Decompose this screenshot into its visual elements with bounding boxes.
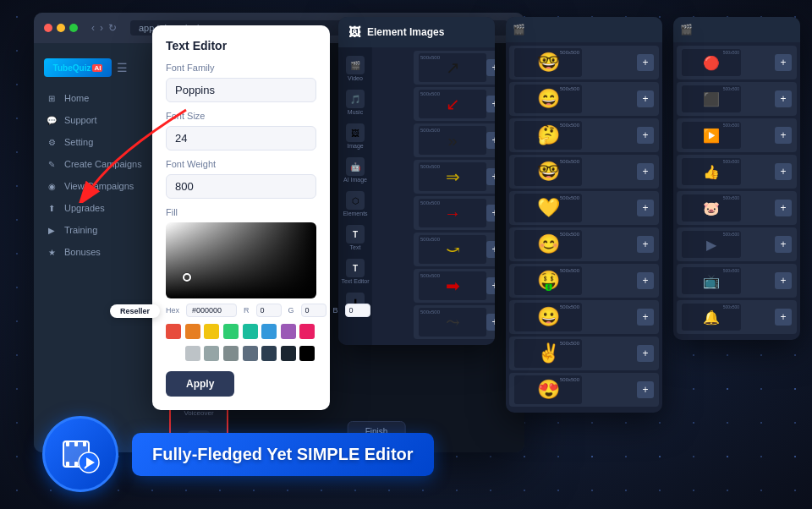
emoji-add-button[interactable]: + [637, 272, 654, 289]
sidebar-menu: ⊞ Home 💬 Support ⚙ Setting ✎ Create Camp… [34, 87, 169, 263]
element-image-item: 500x500 ⤳ + [414, 305, 495, 339]
sidebar-item-training[interactable]: ▶ Training [34, 219, 169, 241]
element-add-button[interactable]: + [486, 205, 495, 222]
ei-elements-icon: ⬡ [346, 191, 365, 210]
b-input[interactable] [345, 304, 370, 317]
emoji-add-button[interactable]: + [637, 54, 654, 71]
emoji-add-button[interactable]: + [637, 309, 654, 326]
g-input[interactable] [301, 304, 326, 317]
create-icon: ✎ [46, 158, 58, 170]
element-add-button[interactable]: + [486, 277, 495, 294]
emoji-add-button[interactable]: + [637, 236, 654, 253]
close-dot[interactable] [44, 24, 52, 32]
view-icon: ◉ [46, 180, 58, 192]
hex-label: Hex [166, 306, 179, 315]
ei-ai-icon: 🤖 [346, 157, 365, 176]
sidebar-item-create[interactable]: ✎ Create Campaigns [34, 153, 169, 175]
color-swatch[interactable] [204, 324, 219, 339]
color-swatch[interactable] [185, 324, 200, 339]
font-size-value[interactable]: 24 [166, 126, 316, 151]
badge-text-box: Fully-Fledged Yet SIMPLE Editor [132, 433, 434, 476]
font-weight-value[interactable]: 800 [166, 174, 316, 199]
element-image-item: 500x500 → + [414, 196, 495, 230]
subscribe-add-button[interactable]: + [775, 272, 792, 289]
color-swatch[interactable] [243, 324, 258, 339]
emoji-add-button[interactable]: + [637, 345, 654, 362]
ei-tool-text[interactable]: T Text [338, 222, 372, 254]
element-add-button[interactable]: + [486, 314, 495, 331]
element-images-header: 🖼 Element Images [338, 17, 495, 47]
ei-tool-video[interactable]: 🎬 Video [338, 52, 372, 85]
ei-tool-ai-image[interactable]: 🤖 AI Image [338, 154, 372, 186]
sidebar-item-home[interactable]: ⊞ Home [34, 87, 169, 109]
font-family-value[interactable]: Poppins [166, 78, 316, 102]
apply-button[interactable]: Apply [166, 371, 234, 397]
refresh-icon[interactable]: ↻ [108, 22, 117, 34]
sidebar-item-setting[interactable]: ⚙ Setting [34, 131, 169, 153]
color-swatch[interactable] [261, 324, 277, 339]
color-swatch[interactable] [261, 346, 277, 361]
maximize-dot[interactable] [69, 24, 78, 32]
subscribe-add-button[interactable]: + [775, 200, 792, 216]
emoji-add-button[interactable]: + [637, 90, 654, 107]
subscribe-item: 500x500 📺 + [677, 264, 797, 298]
element-add-button[interactable]: + [486, 96, 495, 112]
ei-tool-music[interactable]: 🎵 Music [338, 86, 372, 118]
subscribe-add-button[interactable]: + [775, 309, 792, 326]
color-swatch[interactable] [243, 346, 258, 361]
sidebar-item-upgrades[interactable]: ⬆ Upgrades [34, 197, 169, 219]
ei-tool-text-editor[interactable]: T Text Editor [338, 255, 372, 287]
subscribe-add-button[interactable]: + [775, 90, 792, 107]
subscribe-add-button[interactable]: + [775, 163, 792, 180]
color-swatch[interactable] [166, 324, 181, 339]
emoji-item: 500x500 ✌️ + [509, 337, 659, 370]
back-arrow[interactable]: ‹ [91, 22, 95, 34]
element-add-button[interactable]: + [486, 168, 495, 185]
element-grid: 500x500 ↗ + 500x500 ↙ + 500x500 » + 500x… [410, 47, 495, 345]
sidebar-item-bonuses[interactable]: ★ Bonuses [34, 241, 169, 263]
color-swatch[interactable] [281, 324, 296, 339]
subscribe-add-button[interactable]: + [775, 236, 792, 253]
sidebar-item-support[interactable]: 💬 Support [34, 109, 169, 131]
color-swatch[interactable] [223, 324, 239, 339]
emoji-item: 500x500 😍 + [509, 373, 659, 407]
color-swatch[interactable] [223, 346, 239, 361]
emoji-item: 500x500 🤔 + [509, 118, 659, 152]
element-add-button[interactable]: + [486, 241, 495, 258]
color-swatch[interactable] [185, 346, 200, 361]
hex-input[interactable] [186, 304, 237, 317]
emoji-add-button[interactable]: + [637, 200, 654, 216]
element-add-button[interactable]: + [486, 59, 495, 76]
subscribe-thumb: 500x500 🔔 [682, 304, 741, 331]
emoji-thumb: 500x500 🤔 [514, 121, 582, 150]
emoji-item: 500x500 😄 + [509, 82, 659, 116]
emoji-panel: 🎬 500x500 🤓 + 500x500 😄 + 500x500 🤔 + 50… [506, 17, 662, 413]
minimize-dot[interactable] [57, 24, 65, 32]
emoji-thumb: 500x500 😀 [514, 303, 582, 331]
emoji-thumb: 500x500 😄 [514, 85, 582, 113]
emoji-add-button[interactable]: + [637, 163, 654, 180]
color-gradient-picker[interactable] [166, 222, 316, 298]
font-size-label: Font Size [166, 111, 316, 121]
color-swatch[interactable] [299, 346, 315, 361]
emoji-panel-header: 🎬 [506, 17, 662, 42]
subscribe-add-button[interactable]: + [775, 54, 792, 71]
color-swatch[interactable] [281, 346, 296, 361]
color-swatch[interactable] [299, 324, 315, 339]
emoji-add-button[interactable]: + [637, 127, 654, 144]
element-add-button[interactable]: + [486, 132, 495, 149]
color-swatch[interactable] [204, 346, 219, 361]
subscribe-thumb: 500x500 ▶ [682, 231, 741, 258]
subscribe-panel-header: 🎬 [673, 17, 800, 42]
browser-dots [44, 24, 78, 32]
ei-tool-image[interactable]: 🖼 Image [338, 120, 372, 152]
ei-tool-elements[interactable]: ⬡ Elements [338, 188, 372, 220]
emoji-add-button[interactable]: + [637, 381, 654, 398]
forward-arrow[interactable]: › [100, 22, 103, 34]
r-input[interactable] [256, 304, 282, 317]
element-panel-body: 🎬 Video 🎵 Music 🖼 Image 🤖 AI Image ⬡ Ele… [338, 47, 495, 345]
sidebar-item-view[interactable]: ◉ View Campaigns [34, 175, 169, 197]
menu-icon[interactable]: ☰ [117, 61, 128, 74]
color-swatch[interactable] [166, 346, 181, 361]
subscribe-add-button[interactable]: + [775, 127, 792, 144]
